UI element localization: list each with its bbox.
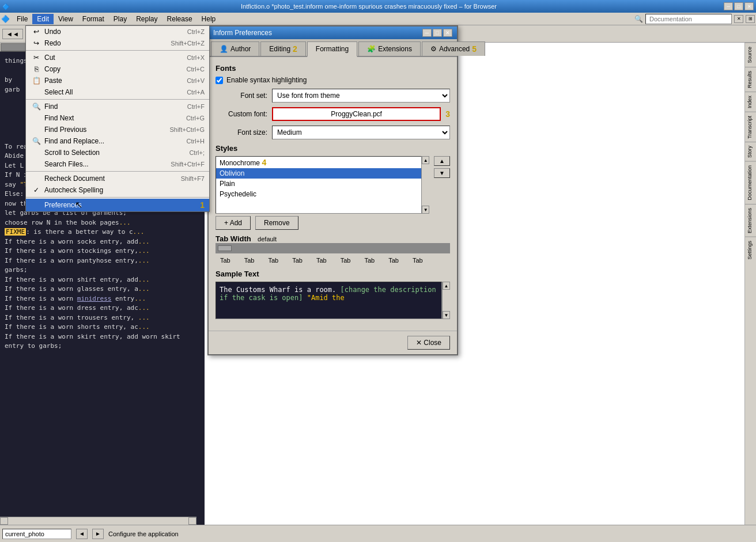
style-down-btn[interactable]: ▼ [434,168,450,178]
find-next-label: Find Next [44,114,175,122]
nav-forward-btn[interactable]: ► [92,529,104,539]
tab-author[interactable]: 👤 Author [211,41,259,56]
menu-recheck[interactable]: Recheck Document Shift+F7 [26,173,209,184]
side-tab-documentation[interactable]: Documentation [745,161,756,204]
enable-syntax-row: Enable syntax highlighting [216,76,450,84]
enable-syntax-checkbox[interactable] [216,77,223,84]
add-style-btn[interactable]: + Add [216,216,251,230]
advanced-tab-icon: ⚙ [430,45,437,53]
font-set-select[interactable]: Use font from theme [272,89,450,103]
nav-back-btn[interactable]: ◄ [76,529,88,539]
remove-style-btn[interactable]: Remove [255,216,298,230]
author-tab-icon: 👤 [220,45,228,53]
dialog-body: Fonts Enable syntax highlighting Font se… [209,57,457,331]
tab-label-4: Tab [292,257,303,264]
style-plain[interactable]: Plain [216,179,429,189]
search-input[interactable] [645,14,732,24]
editing-tab-number: 2 [293,44,297,54]
menu-preferences[interactable]: Preferences 1 [26,199,209,211]
tab-editing[interactable]: Editing 2 [260,41,306,56]
menu-play[interactable]: Play [109,14,131,24]
style-up-btn[interactable]: ▲ [434,156,450,166]
menu-select-all[interactable]: Select All Ctrl+A [26,86,209,98]
cut-icon: ✂ [31,54,42,62]
style-monochrome[interactable]: Monochrome 4 [216,157,429,168]
toolbar-back-btn[interactable]: ◄◄ [2,29,23,39]
advanced-tab-label: Advanced [439,45,470,53]
maximize-button[interactable]: □ [734,2,743,10]
fonts-section: Fonts Enable syntax highlighting Font se… [216,64,450,139]
dialog-close-btn[interactable]: ✕ [443,29,452,37]
copy-shortcut: Ctrl+C [187,66,205,73]
search-files-shortcut: Shift+Ctrl+F [171,161,205,168]
menu-search-files[interactable]: Search Files... Shift+Ctrl+F [26,158,209,170]
menu-bar: 🔷 File Edit View Format Play Replay Rele… [0,13,756,25]
font-size-select[interactable]: Medium [272,126,450,139]
select-all-shortcut: Ctrl+A [187,89,205,96]
separator-4 [26,197,209,198]
search-files-label: Search Files... [44,160,159,168]
menu-format[interactable]: Format [78,14,109,24]
menu-find-prev[interactable]: Find Previous Shift+Ctrl+G [26,124,209,135]
author-tab-label: Author [230,45,251,53]
custom-font-input[interactable] [272,107,441,121]
current-room-input[interactable] [2,529,71,539]
cut-shortcut: Ctrl+X [187,54,205,61]
tab-extensions[interactable]: 🧩 Extensions [358,41,421,56]
menu-copy[interactable]: ⎘ Copy Ctrl+C [26,63,209,75]
title-bar-buttons: ─ □ ✕ [724,2,754,10]
style-psychedelic[interactable]: Psychedelic [216,189,429,199]
tab-label-8: Tab [388,257,399,264]
close-dialog-btn[interactable]: ✕ Close [407,336,450,350]
minimize-button[interactable]: ─ [724,2,733,10]
select-all-label: Select All [44,88,175,96]
side-tab-settings[interactable]: Settings [745,237,756,263]
menu-find-replace[interactable]: 🔍 Find and Replace... Ctrl+H [26,135,209,147]
menu-view[interactable]: View [54,14,78,24]
side-tab-source[interactable]: Source [745,43,756,67]
search-close-btn[interactable]: ✕ [734,15,743,23]
prefs-number: 1 [200,200,205,210]
menu-autocheck[interactable]: ✓ Autocheck Spelling [26,184,209,196]
tab-indicator[interactable] [218,245,232,251]
menu-file[interactable]: File [12,14,32,24]
tab-labels: Tab Tab Tab Tab Tab Tab Tab Tab Tab [216,256,450,265]
tab-advanced[interactable]: ⚙ Advanced 5 [422,41,485,56]
edit-dropdown-menu: ↩ Undo Ctrl+Z ↪ Redo Shift+Ctrl+Z ✂ Cut … [25,25,210,212]
editing-tab-label: Editing [269,45,290,53]
search-icon: 🔍 [634,15,643,23]
side-tab-index[interactable]: Index [745,92,756,112]
menu-paste[interactable]: 📋 Paste Ctrl+V [26,75,209,86]
menu-redo[interactable]: ↪ Redo Shift+Ctrl+Z [26,37,209,49]
menu-find[interactable]: 🔍 Find Ctrl+F [26,101,209,112]
side-tab-transcript[interactable]: Transcript [745,112,756,142]
dialog-maximize-btn[interactable]: □ [433,29,442,37]
menu-cut[interactable]: ✂ Cut Ctrl+X [26,52,209,63]
menu-find-next[interactable]: Find Next Ctrl+G [26,112,209,124]
close-button[interactable]: ✕ [744,2,754,10]
menu-edit[interactable]: Edit [32,14,54,24]
side-tab-results[interactable]: Results [745,67,756,92]
menu-undo[interactable]: ↩ Undo Ctrl+Z [26,26,209,37]
dialog-minimize-btn[interactable]: ─ [422,29,432,37]
tab-width-title: Tab Width [216,234,251,243]
styles-buttons: + Add Remove [216,216,450,230]
enable-syntax-label: Enable syntax highlighting [226,76,307,84]
search-expand-btn[interactable]: ⊞ [746,15,755,23]
side-tab-story[interactable]: Story [745,142,756,161]
menu-help[interactable]: Help [197,14,221,24]
font-set-row: Font set: Use font from theme [216,89,450,103]
menu-scroll-selection[interactable]: Scroll to Selection Ctrl+; [26,147,209,158]
scroll-shortcut: Ctrl+; [189,149,205,156]
sample-text-title: Sample Text [216,270,450,278]
menu-replay[interactable]: Replay [131,14,162,24]
undo-icon: ↩ [31,28,42,36]
styles-section: Styles Monochrome 4 Oblivion Plain [216,144,450,230]
redo-shortcut: Shift+Ctrl+Z [171,40,205,47]
tab-formatting[interactable]: Formatting [307,41,357,57]
find-next-shortcut: Ctrl+G [186,115,205,122]
side-tab-extensions[interactable]: Extensions [745,204,756,237]
separator-2 [26,99,209,100]
style-oblivion[interactable]: Oblivion [216,168,429,179]
menu-release[interactable]: Release [162,14,197,24]
